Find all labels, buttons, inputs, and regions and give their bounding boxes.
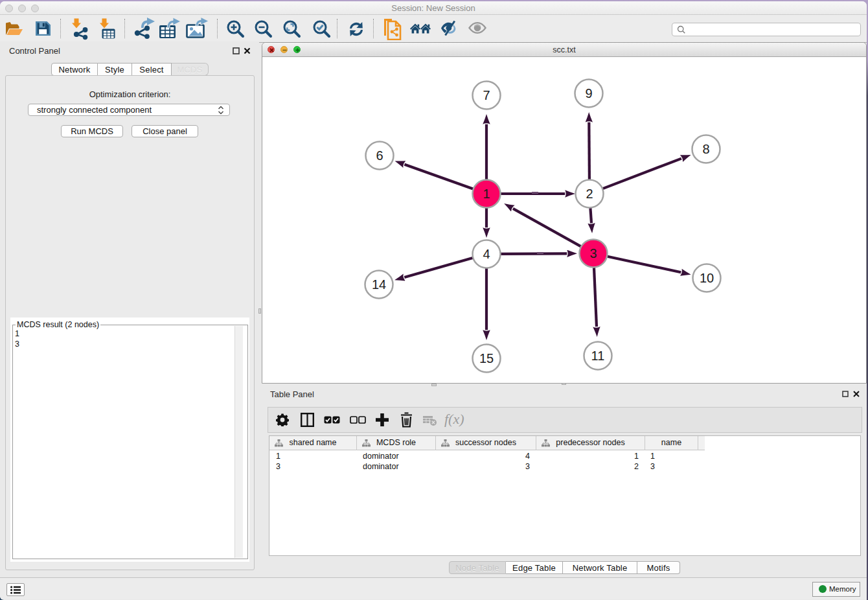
svg-text:3: 3 bbox=[589, 246, 597, 260]
svg-text:4: 4 bbox=[483, 247, 490, 261]
svg-text:7: 7 bbox=[483, 88, 490, 102]
svg-text:14: 14 bbox=[372, 277, 386, 292]
svg-text:10: 10 bbox=[700, 271, 714, 285]
svg-text:2: 2 bbox=[586, 187, 593, 201]
svg-text:11: 11 bbox=[591, 349, 605, 363]
svg-text:9: 9 bbox=[585, 86, 592, 100]
svg-text:8: 8 bbox=[702, 142, 709, 156]
svg-text:1: 1 bbox=[483, 187, 490, 201]
svg-text:6: 6 bbox=[376, 148, 383, 163]
svg-text:15: 15 bbox=[479, 351, 494, 365]
